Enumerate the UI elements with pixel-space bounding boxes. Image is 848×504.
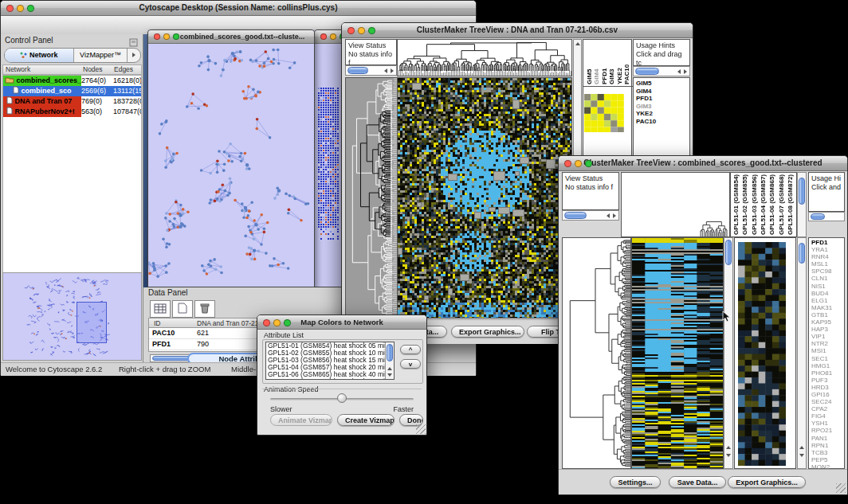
network-row[interactable]: DNA and Tran 07769(0)183728(0): [3, 96, 142, 107]
row-label[interactable]: PAC10: [636, 118, 689, 126]
gene-label[interactable]: SEC24: [811, 398, 844, 405]
col-nodes[interactable]: Nodes: [83, 65, 103, 74]
window-controls[interactable]: [6, 5, 34, 12]
gene-label[interactable]: HAP3: [811, 326, 844, 333]
window-controls[interactable]: [154, 33, 179, 40]
window-controls[interactable]: [263, 319, 291, 326]
combined-status-hscrollbar[interactable]: [562, 210, 619, 221]
window-controls[interactable]: [320, 33, 342, 40]
attribute-down-button[interactable]: v: [400, 359, 421, 369]
gene-label[interactable]: KAP95: [811, 318, 844, 326]
combined-heatmap[interactable]: [631, 237, 724, 469]
attribute-item[interactable]: GPL51-02 (GSM855) heat shock 10 min: [266, 350, 394, 357]
network-frame-titlebar[interactable]: combined_scores_good.txt--cluste...: [148, 30, 314, 44]
combined-heatmap-vscrollbar[interactable]: [724, 237, 733, 469]
column-label[interactable]: PFD1: [601, 41, 608, 84]
attribute-item[interactable]: GPL51-07 (GSM868) heat shock 60 min: [266, 378, 394, 380]
gene-label[interactable]: YSH1: [811, 420, 844, 427]
dna-status-hscrollbar[interactable]: [345, 65, 397, 76]
gene-label[interactable]: PEP5: [811, 456, 844, 463]
gene-label[interactable]: SEC1: [811, 355, 844, 362]
column-label[interactable]: GPL51-01 (GSM854): [732, 174, 740, 235]
gene-label[interactable]: GPI16: [811, 391, 844, 398]
row-label[interactable]: YKE2: [636, 110, 689, 118]
gene-label[interactable]: FIG4: [811, 412, 844, 420]
data-column-header[interactable]: ID: [154, 319, 161, 327]
table-icon[interactable]: [150, 300, 171, 318]
gene-label[interactable]: GTB1: [811, 311, 844, 318]
close-button[interactable]: [347, 27, 355, 34]
dna-similarity-matrix[interactable]: [584, 94, 624, 132]
dna-titlebar[interactable]: ClusterMaker TreeView : DNA and Tran 07-…: [342, 23, 693, 38]
gene-label[interactable]: NTR2: [811, 340, 844, 347]
row-label[interactable]: PFD1: [636, 95, 689, 103]
minimize-button[interactable]: [358, 27, 365, 34]
minimize-button[interactable]: [575, 160, 582, 167]
column-label[interactable]: YKE2: [616, 41, 623, 84]
settings-button[interactable]: Settings...: [610, 476, 661, 488]
gene-label[interactable]: PFD1: [811, 239, 844, 246]
create-vizmap-button[interactable]: Create Vizmap: [337, 414, 395, 426]
combined-hints-hscrollbar[interactable]: [808, 212, 845, 221]
combined-zoom-panel[interactable]: [734, 237, 796, 469]
row-label[interactable]: GIM4: [636, 88, 689, 96]
gene-label[interactable]: ELG1: [811, 297, 844, 304]
gene-label[interactable]: PAN1: [811, 435, 844, 442]
trash-icon[interactable]: [194, 300, 215, 318]
close-button[interactable]: [263, 319, 270, 326]
speed-slider-thumb[interactable]: [337, 393, 347, 403]
dna-heatmap[interactable]: [397, 77, 572, 318]
minimize-button[interactable]: [17, 5, 24, 12]
gene-label[interactable]: CLN1: [811, 275, 844, 282]
row-label[interactable]: GIM5: [636, 80, 689, 88]
window-controls[interactable]: [347, 27, 375, 34]
minimize-button[interactable]: [330, 33, 336, 40]
zoom-button[interactable]: [27, 5, 34, 12]
column-label[interactable]: GIM5: [586, 41, 593, 84]
zoom-button[interactable]: [173, 33, 179, 40]
gene-label[interactable]: MAK31: [811, 304, 844, 311]
attribute-item[interactable]: GPL51-04 (GSM857) heat shock 20 min: [266, 364, 394, 371]
gene-label[interactable]: BUD4: [811, 290, 844, 297]
minimize-button[interactable]: [163, 33, 170, 40]
row-label[interactable]: GIM3: [636, 103, 689, 111]
column-label[interactable]: GPL51-04 (GSM857): [760, 174, 767, 235]
close-button[interactable]: [564, 160, 571, 167]
column-label[interactable]: GPL51-06 (GSM865): [768, 174, 775, 235]
zoom-button[interactable]: [284, 319, 291, 326]
gene-label[interactable]: SPC98: [811, 268, 844, 275]
export-graphics-button[interactable]: Export Graphics...: [451, 326, 524, 338]
gene-label[interactable]: TCB3: [811, 449, 844, 456]
gene-label[interactable]: MSL1: [811, 260, 844, 268]
gene-label[interactable]: RPO21: [811, 427, 844, 434]
gene-label[interactable]: YRA1: [811, 246, 844, 253]
gene-label[interactable]: MSI1: [811, 347, 844, 354]
column-label[interactable]: PAC10: [623, 41, 630, 84]
column-label[interactable]: GPL51-07 (GSM868): [778, 174, 785, 235]
column-label[interactable]: GPL51-08 (GSM872): [787, 174, 794, 235]
combined-labels-vscrollbar[interactable]: [797, 172, 807, 237]
col-network[interactable]: Network: [6, 65, 30, 74]
network-overview-panel[interactable]: [2, 272, 142, 361]
gene-label[interactable]: CPA2: [811, 405, 844, 412]
gene-label[interactable]: PHO81: [811, 369, 844, 377]
combined-row-dendrogram[interactable]: [562, 237, 631, 469]
dna-column-dendrogram[interactable]: [397, 39, 572, 76]
gene-label[interactable]: VIP1: [811, 333, 844, 340]
attribute-up-button[interactable]: ^: [400, 345, 421, 354]
close-button[interactable]: [6, 5, 14, 12]
save-data-button[interactable]: Save Data...: [669, 476, 726, 488]
gene-label[interactable]: HRD3: [811, 384, 844, 391]
attribute-item[interactable]: GPL51-06 (GSM865) heat shock 40 min: [266, 371, 394, 378]
dna-column-labels[interactable]: GIM5GIM4PFD1GIM3YKE2PAC10: [583, 40, 633, 87]
resize-grip[interactable]: [836, 483, 846, 493]
animate-vizmap-button[interactable]: Animate Vizmap: [270, 414, 332, 426]
zoom-button[interactable]: [368, 27, 375, 34]
network-row[interactable]: combined_scores_2764(0)16218(0): [3, 76, 142, 86]
attribute-listbox[interactable]: GPL51-01 (GSM854) heat shock 05 minGPL51…: [265, 342, 395, 380]
network-canvas[interactable]: [148, 44, 312, 286]
column-label[interactable]: GPL51-03 (GSM856): [751, 174, 758, 235]
export-graphics-button[interactable]: Export Graphics...: [728, 476, 806, 488]
zoom-button[interactable]: [585, 160, 592, 167]
gene-label[interactable]: PUF3: [811, 377, 844, 384]
